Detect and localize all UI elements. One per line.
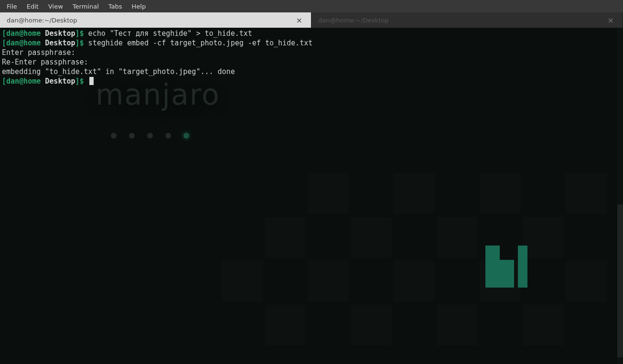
loading-dots: [111, 133, 189, 139]
close-icon[interactable]: ×: [606, 16, 616, 25]
terminal-line: Enter passphrase:: [2, 48, 621, 57]
menubar: File Edit View Terminal Tabs Help: [0, 0, 623, 12]
menu-terminal[interactable]: Terminal: [68, 1, 104, 12]
manjaro-logo-icon: [485, 246, 527, 288]
tab-1[interactable]: dan@home:~/Desktop ×: [312, 12, 623, 28]
menu-help[interactable]: Help: [127, 1, 151, 12]
terminal-line: [dan@home Desktop]$: [2, 76, 621, 86]
close-icon[interactable]: ×: [294, 16, 304, 25]
tab-title: dan@home:~/Desktop: [318, 17, 389, 24]
scrollbar-thumb[interactable]: [617, 204, 623, 357]
checker-pattern: [193, 163, 623, 364]
menu-edit[interactable]: Edit: [22, 1, 43, 12]
tabbar: dan@home:~/Desktop × dan@home:~/Desktop …: [0, 12, 623, 28]
terminal-content: [dan@home Desktop]$ echo "Тест для stegh…: [2, 29, 621, 86]
menu-tabs[interactable]: Tabs: [104, 1, 127, 12]
terminal-line: embedding "to_hide.txt" in "target_photo…: [2, 67, 621, 76]
distro-watermark: manjaro: [96, 90, 220, 99]
tab-0[interactable]: dan@home:~/Desktop ×: [0, 12, 312, 28]
terminal-line: [dan@home Desktop]$ echo "Тест для stegh…: [2, 29, 621, 38]
terminal-area[interactable]: manjaro [dan@home Desktop]$ ech: [0, 28, 623, 364]
cursor: [89, 77, 94, 85]
menu-file[interactable]: File: [2, 1, 22, 12]
tab-title: dan@home:~/Desktop: [7, 17, 77, 24]
terminal-line: Re-Enter passphrase:: [2, 57, 621, 67]
terminal-line: [dan@home Desktop]$ steghide embed -cf t…: [2, 38, 621, 48]
menu-view[interactable]: View: [43, 1, 68, 12]
